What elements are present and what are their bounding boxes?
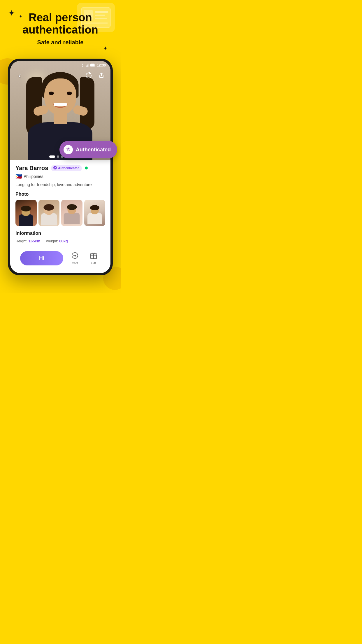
auth-badge-text: Authenticated xyxy=(76,147,111,153)
signal-icon xyxy=(86,64,89,67)
bottom-action-bar: Hi Chat xyxy=(15,248,105,268)
profile-info-section: Yara Barros Authenticated xyxy=(10,160,110,273)
share-button[interactable] xyxy=(96,70,106,80)
profile-name-row: Yara Barros Authenticated xyxy=(15,165,105,172)
svg-rect-9 xyxy=(88,64,89,67)
info-section: Information Height: 165cm weight: 60kg xyxy=(15,231,105,243)
svg-rect-7 xyxy=(86,66,87,67)
hero-title: Real person authentication xyxy=(7,12,114,36)
nav-icons-right xyxy=(84,70,106,80)
page-wrapper: ✦ ✦ ✦ Real person authentication Safe an… xyxy=(0,0,121,293)
flag-icon: 🇵🇭 xyxy=(15,173,22,180)
weight-label: weight: xyxy=(46,239,58,243)
photo-thumb-4[interactable] xyxy=(84,200,106,226)
photo-grid xyxy=(15,200,105,226)
gift-label: Gift xyxy=(91,262,96,265)
svg-rect-13 xyxy=(95,65,95,66)
height-info: Height: 165cm xyxy=(15,239,40,243)
status-icons xyxy=(80,64,96,67)
photo-dot-1 xyxy=(49,155,55,158)
weight-info: weight: 60kg xyxy=(46,239,68,243)
auth-inline-label: Authenticated xyxy=(58,166,79,170)
chat-label: Chat xyxy=(72,262,78,265)
auth-inline-badge: Authenticated xyxy=(51,165,82,171)
profile-location: 🇵🇭 Philippines xyxy=(15,173,105,180)
svg-point-15 xyxy=(72,253,78,258)
svg-rect-8 xyxy=(87,65,87,67)
gift-button[interactable]: Gift xyxy=(87,252,101,265)
hi-button[interactable]: Hi xyxy=(20,251,63,265)
authenticated-badge: Authenticated xyxy=(59,141,117,158)
refresh-button[interactable] xyxy=(84,70,94,80)
back-button[interactable]: ‹ xyxy=(14,70,25,81)
hero-section: ✦ ✦ ✦ Real person authentication Safe an… xyxy=(0,0,121,59)
height-value: 165cm xyxy=(29,239,40,243)
photo-thumb-2[interactable] xyxy=(38,200,60,226)
hero-subtitle: Safe and reliable xyxy=(7,39,114,46)
gift-icon xyxy=(90,252,97,261)
profile-name: Yara Barros xyxy=(15,165,48,172)
weight-value: 60kg xyxy=(59,239,68,243)
svg-rect-12 xyxy=(91,64,94,66)
auth-badge-icon xyxy=(64,145,73,154)
location-text: Philippines xyxy=(24,174,43,179)
svg-point-6 xyxy=(82,66,83,67)
battery-icon xyxy=(90,64,96,67)
phone-mockup-container: 12:30 xyxy=(8,59,113,276)
height-label: Height: xyxy=(15,239,27,243)
bottom-decoration xyxy=(0,275,121,293)
chat-button[interactable]: Chat xyxy=(68,252,82,265)
status-bar: 12:30 xyxy=(10,61,110,67)
phone-mockup: 12:30 xyxy=(8,59,113,276)
info-row: Height: 165cm weight: 60kg xyxy=(15,239,105,243)
svg-point-16 xyxy=(73,255,75,256)
photo-thumb-3[interactable] xyxy=(61,200,82,226)
photo-section-title: Photo xyxy=(15,192,105,197)
online-status-dot xyxy=(85,167,88,169)
wifi-icon xyxy=(80,64,85,67)
photo-thumb-1[interactable] xyxy=(15,200,37,226)
photo-dot-2 xyxy=(57,155,59,158)
chat-icon xyxy=(71,252,79,261)
profile-bio: Longing for friendship, love and adventu… xyxy=(15,182,105,188)
svg-rect-10 xyxy=(89,64,89,67)
sparkle-icon-3: ✦ xyxy=(103,45,108,52)
svg-point-17 xyxy=(75,255,76,256)
auth-check-icon xyxy=(53,166,57,170)
status-time: 12:30 xyxy=(97,63,106,67)
phone-screen: 12:30 xyxy=(10,61,110,273)
info-section-title: Information xyxy=(15,231,105,236)
